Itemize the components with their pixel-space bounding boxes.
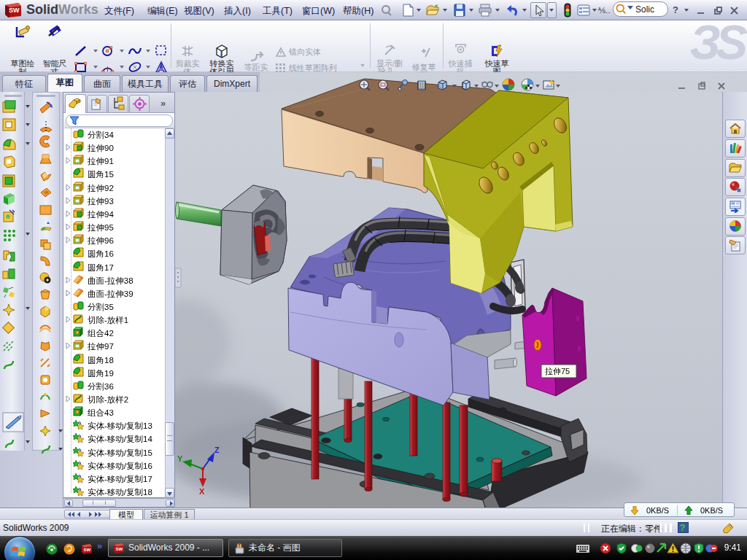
- svg-text:SW: SW: [9, 7, 20, 14]
- svg-text:X: X: [199, 487, 205, 496]
- svg-text:Y: Y: [177, 454, 183, 463]
- svg-text:SW: SW: [116, 547, 123, 551]
- svg-text:SW: SW: [84, 548, 91, 552]
- svg-text:拉伸75: 拉伸75: [545, 367, 570, 376]
- svg-text:Z: Z: [214, 446, 220, 454]
